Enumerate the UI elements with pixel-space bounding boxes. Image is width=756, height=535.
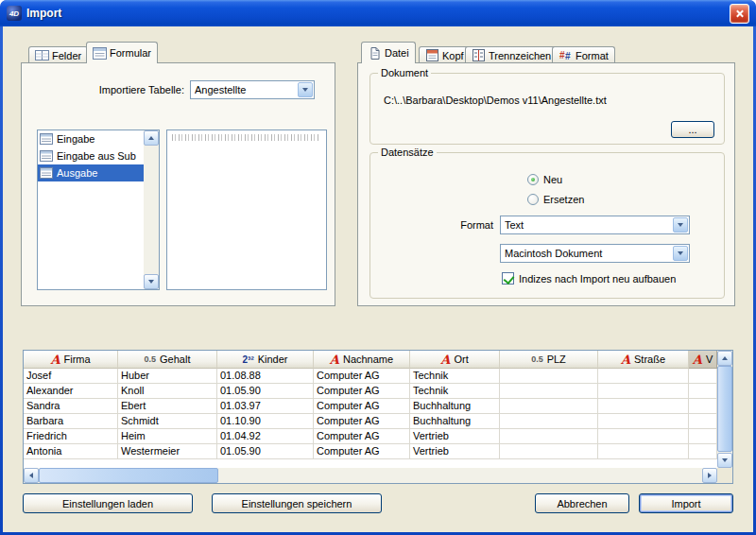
table-combobox-value: Angestellte	[195, 84, 295, 95]
scroll-track[interactable]	[717, 366, 732, 453]
scrollbar-corner	[717, 468, 732, 483]
radio-on-icon	[527, 174, 539, 185]
table-cell: 01.05.90	[217, 444, 314, 459]
format-icon: ##	[558, 49, 573, 61]
table-cell: 01.10.90	[217, 414, 314, 429]
tab-formular[interactable]: Formular	[86, 42, 158, 63]
svg-text:#: #	[565, 51, 571, 61]
tab-label: Datei	[385, 47, 409, 59]
table-header: AFirma0.5Gehalt2³²KinderANachnameAOrt0.5…	[24, 351, 717, 369]
close-button[interactable]	[730, 4, 749, 24]
datensaetze-group-label: Datensätze	[378, 147, 437, 158]
scroll-track[interactable]	[39, 468, 702, 483]
radio-neu[interactable]: Neu	[527, 174, 562, 185]
column-label: Kinder	[258, 354, 288, 365]
column-header-plz[interactable]: 0.5PLZ	[500, 351, 598, 369]
column-header-gehalt[interactable]: 0.5Gehalt	[118, 351, 217, 369]
column-header-ort[interactable]: AOrt	[410, 351, 500, 369]
column-header-kinder[interactable]: 2³²Kinder	[217, 351, 314, 369]
table-cell	[689, 369, 717, 384]
preview-table: AFirma0.5Gehalt2³²KinderANachnameAOrt0.5…	[23, 350, 733, 484]
field-type-icon: 0.5	[531, 354, 543, 364]
table-row[interactable]: AlexanderKnoll01.05.90Computer AGTechnik	[24, 384, 717, 399]
browse-button[interactable]: ...	[671, 121, 714, 138]
column-label: Firma	[63, 354, 90, 365]
table-cell: Sandra	[24, 399, 118, 414]
column-label: V	[706, 354, 713, 365]
app-icon: 4D	[7, 6, 22, 21]
table-cell	[689, 399, 717, 414]
table-row[interactable]: AntoniaWestermeier01.05.90Computer AGVer…	[24, 444, 717, 459]
table-cell: Schmidt	[118, 414, 217, 429]
scroll-up-button[interactable]	[144, 130, 159, 146]
tab-datei[interactable]: Datei	[361, 42, 416, 63]
table-row[interactable]: SandraEbert01.03.97Computer AGBuchhaltun…	[24, 399, 717, 414]
file-icon	[368, 47, 382, 60]
dokument-group: Dokument C:\..\Barbara\Desktop\Demos v11…	[369, 73, 725, 145]
table-cell: 01.08.88	[217, 369, 314, 384]
table-row[interactable]: BarbaraSchmidt01.10.90Computer AGBuchhal…	[24, 414, 717, 429]
vertical-scroll-thumb[interactable]	[717, 366, 732, 452]
load-settings-button[interactable]: Einstellungen laden	[23, 493, 193, 513]
title-bar[interactable]: 4D Import	[0, 0, 756, 26]
close-icon	[735, 9, 744, 18]
scroll-down-button[interactable]	[717, 453, 732, 468]
scroll-left-button[interactable]	[24, 468, 39, 483]
field-type-icon: 2³²	[242, 354, 253, 365]
table-cell	[500, 429, 598, 444]
table-cell	[598, 414, 689, 429]
list-item-1[interactable]: Eingabe aus Sub	[38, 147, 144, 164]
table-cell: Technik	[410, 384, 500, 399]
import-button[interactable]: Import	[639, 493, 733, 513]
checkmark-icon	[502, 272, 514, 285]
table-cell: Heim	[118, 429, 217, 444]
form-icon	[40, 167, 53, 179]
form-list: EingabeEingabe aus SubAusgabe	[38, 130, 144, 289]
tab-trennzeichen[interactable]: Trennzeichen	[465, 46, 558, 63]
list-item-label: Eingabe	[57, 133, 94, 145]
format-combobox[interactable]: Text	[500, 216, 690, 234]
list-vertical-scrollbar[interactable]	[144, 130, 159, 289]
table-row[interactable]: FriedrichHeim01.04.92Computer AGVertrieb	[24, 429, 717, 444]
column-label: PLZ	[547, 354, 566, 365]
table-cell: Barbara	[24, 414, 118, 429]
scroll-right-button[interactable]	[702, 468, 717, 483]
radio-ersetzen[interactable]: Ersetzen	[527, 194, 584, 205]
chevron-down-icon[interactable]	[298, 82, 313, 97]
table-cell: Huber	[118, 369, 217, 384]
scroll-up-button[interactable]	[717, 351, 732, 366]
format-combobox-value: Text	[505, 219, 670, 231]
format-label: Format	[446, 219, 493, 231]
document-type-combobox[interactable]: Macintosh Dokument	[500, 244, 690, 263]
horizontal-scroll-thumb[interactable]	[39, 468, 218, 483]
column-header-firma[interactable]: AFirma	[24, 351, 118, 369]
table-cell: Computer AG	[314, 429, 410, 444]
table-cell: Friedrich	[24, 429, 118, 444]
rebuild-indexes-checkbox[interactable]: Indizes nach Import neu aufbauen	[502, 272, 676, 285]
tab-felder[interactable]: Felder	[28, 46, 88, 63]
table-cell	[500, 444, 598, 459]
table-cell	[500, 414, 598, 429]
table-combobox[interactable]: Angestellte	[190, 80, 315, 99]
header-icon	[425, 49, 439, 61]
list-item-0[interactable]: Eingabe	[38, 130, 144, 147]
chevron-down-icon[interactable]	[673, 217, 688, 233]
chevron-down-icon[interactable]	[673, 246, 688, 261]
datei-panel: Dokument C:\..\Barbara\Desktop\Demos v11…	[357, 62, 735, 306]
table-vertical-scrollbar[interactable]	[717, 351, 732, 468]
column-label: Straße	[634, 354, 665, 365]
tab-format[interactable]: ## Format	[552, 46, 615, 63]
table-cell	[598, 369, 689, 384]
column-header-straße[interactable]: AStraße	[598, 351, 689, 369]
column-header-v[interactable]: AV	[689, 351, 717, 369]
table-cell	[598, 429, 689, 444]
table-row[interactable]: JosefHuber01.08.88Computer AGTechnik	[24, 369, 717, 384]
save-settings-button[interactable]: Einstellungen speichern	[212, 493, 382, 513]
tab-kopf[interactable]: Kopf	[419, 46, 471, 63]
scroll-track[interactable]	[144, 146, 159, 274]
table-horizontal-scrollbar[interactable]	[24, 468, 717, 483]
column-header-nachname[interactable]: ANachname	[314, 351, 410, 369]
list-item-2[interactable]: Ausgabe	[38, 164, 144, 181]
cancel-button[interactable]: Abbrechen	[535, 493, 629, 513]
scroll-down-button[interactable]	[144, 274, 159, 289]
